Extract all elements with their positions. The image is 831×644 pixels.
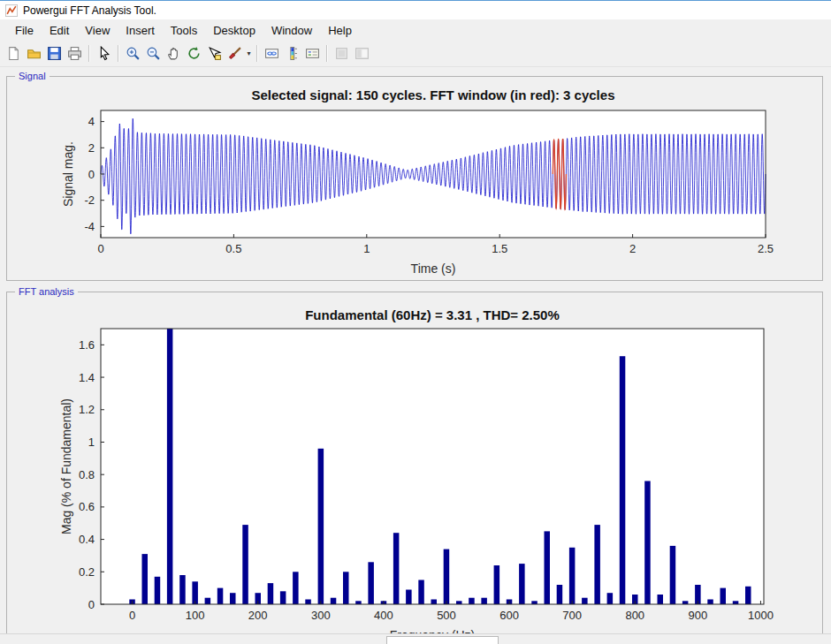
menu-item-edit[interactable]: Edit <box>42 21 77 40</box>
fft-bar <box>268 583 274 604</box>
toolbar: ▾ <box>0 41 831 67</box>
zoom-in-icon[interactable] <box>123 43 143 64</box>
signal-panel: Signal 00.511.522.5-4-2024Selected signa… <box>6 76 823 281</box>
save-icon[interactable] <box>44 43 65 64</box>
brush-dropdown-caret[interactable]: ▾ <box>245 43 253 64</box>
menu-item-file[interactable]: File <box>7 21 42 40</box>
title-bar: Powergui FFT Analysis Tool. <box>0 1 831 19</box>
show-plot-tools-icon[interactable] <box>352 43 372 64</box>
fft-bar <box>557 585 563 604</box>
menu-item-window[interactable]: Window <box>263 21 320 40</box>
fft-bar <box>167 329 173 604</box>
fft-bar <box>406 590 412 605</box>
fft-x-tick-label: 200 <box>248 609 268 622</box>
link-plot-icon[interactable] <box>262 43 282 64</box>
pan-icon[interactable] <box>164 43 184 64</box>
fft-y-tick-label: 0.4 <box>79 533 95 546</box>
new-file-icon[interactable] <box>4 43 24 64</box>
fft-bar <box>368 562 374 604</box>
fft-x-tick-label: 100 <box>186 609 205 622</box>
fft-bar <box>519 564 525 604</box>
window-title: Powergui FFT Analysis Tool. <box>23 4 156 17</box>
insert-legend-icon[interactable] <box>302 43 323 64</box>
rotate-3d-icon[interactable] <box>184 43 204 64</box>
partial-hidden-control <box>386 636 499 644</box>
toolbar-separator <box>118 45 119 62</box>
signal-plot-area: 00.511.522.5-4-2024Selected signal: 150 … <box>7 77 822 280</box>
fft-bar <box>205 598 211 604</box>
menu-bar: FileEditViewInsertToolsDesktopWindowHelp <box>0 19 831 41</box>
fft-bar <box>444 549 450 604</box>
fft-bar <box>155 577 161 604</box>
zoom-out-icon[interactable] <box>143 43 164 64</box>
fft-plot-title: Fundamental (60Hz) = 3.31 , THD= 2.50% <box>305 307 560 322</box>
menu-item-desktop[interactable]: Desktop <box>205 21 263 40</box>
fft-bar <box>355 601 362 604</box>
fft-y-label: Mag (% of Fundamental) <box>59 398 73 534</box>
fft-bar <box>431 600 438 605</box>
fft-bar <box>343 572 349 604</box>
signal-x-tick-label: 2.5 <box>758 242 774 255</box>
fft-bar <box>242 525 248 604</box>
fft-bar <box>682 601 689 604</box>
fft-x-tick-label: 400 <box>374 609 393 622</box>
fft-y-tick-label: 1.2 <box>79 403 95 416</box>
bottom-cutoff-strip <box>0 633 831 644</box>
menu-item-view[interactable]: View <box>77 21 118 40</box>
fft-bar <box>331 598 337 604</box>
menu-item-help[interactable]: Help <box>320 21 360 40</box>
open-icon[interactable] <box>24 43 44 64</box>
fft-bar <box>707 600 713 605</box>
fft-bar <box>280 591 286 604</box>
fft-bar <box>230 593 236 604</box>
signal-y-tick-label: 0 <box>88 168 95 181</box>
menu-item-insert[interactable]: Insert <box>118 21 163 40</box>
fft-bar <box>494 565 500 604</box>
fft-x-tick-label: 600 <box>499 609 519 622</box>
fft-x-tick-label: 800 <box>625 609 644 622</box>
fft-bar <box>142 554 149 604</box>
fft-bar <box>594 525 600 604</box>
signal-y-tick-label: -4 <box>84 220 95 233</box>
signal-x-tick-label: 0.5 <box>225 242 241 255</box>
fft-y-tick-label: 0.8 <box>79 468 95 481</box>
signal-y-label: Signal mag. <box>61 141 75 207</box>
insert-colorbar-icon[interactable] <box>282 43 302 64</box>
signal-x-tick-label: 0 <box>97 242 103 255</box>
fft-y-tick-label: 0.2 <box>79 565 95 579</box>
fft-x-tick-label: 700 <box>562 609 582 622</box>
fft-bar <box>545 531 551 604</box>
fft-bar <box>569 548 576 604</box>
signal-plot-title: Selected signal: 150 cycles. FFT window … <box>252 87 615 102</box>
fft-x-tick-label: 0 <box>129 609 135 622</box>
signal-x-tick-label: 2 <box>629 242 636 255</box>
fft-x-tick-label: 1000 <box>748 609 774 622</box>
signal-x-tick-label: 1 <box>363 242 370 255</box>
fft-y-tick-label: 1.6 <box>79 338 95 352</box>
fft-bar <box>481 598 487 604</box>
fft-y-tick-label: 0.6 <box>79 500 95 513</box>
signal-x-tick-label: 1.5 <box>492 242 507 255</box>
print-icon[interactable] <box>65 43 85 64</box>
fft-bar <box>607 593 614 604</box>
hide-plot-tools-icon[interactable] <box>332 43 352 64</box>
data-cursor-icon[interactable] <box>204 43 225 64</box>
fft-y-tick-label: 1.4 <box>79 371 95 384</box>
app-icon <box>5 4 18 17</box>
fft-x-tick-label: 900 <box>689 609 708 622</box>
toolbar-separator <box>88 45 90 62</box>
fft-bar <box>456 601 462 604</box>
signal-y-tick-label: 2 <box>88 141 95 155</box>
signal-plot-canvas: 00.511.522.5-4-2024Selected signal: 150 … <box>7 77 820 278</box>
window-top-accent <box>0 0 831 1</box>
brush-icon[interactable] <box>225 43 245 64</box>
fft-x-tick-label: 300 <box>311 609 331 622</box>
edit-plot-icon[interactable] <box>94 43 114 64</box>
fft-bar <box>293 572 299 604</box>
fft-bar <box>620 356 626 604</box>
fft-bar <box>418 580 424 605</box>
fft-bar <box>582 598 588 604</box>
fft-bar <box>720 588 727 604</box>
menu-item-tools[interactable]: Tools <box>163 21 205 40</box>
fft-bar <box>305 600 311 605</box>
